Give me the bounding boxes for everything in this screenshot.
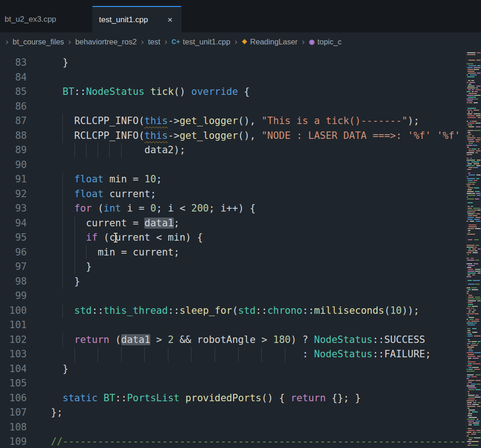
chevron-right-icon: › — [234, 37, 237, 46]
indent-guide — [285, 347, 285, 362]
breadcrumb-label: test — [148, 37, 160, 46]
line-number: 100 — [0, 304, 27, 318]
minimap-line — [469, 348, 472, 349]
minimap-line — [468, 408, 469, 409]
code-line: 84 — [0, 70, 466, 85]
minimap-line — [469, 443, 471, 444]
minimap-line — [468, 330, 470, 331]
minimap-line — [467, 137, 475, 138]
minimap-line — [468, 86, 475, 87]
minimap-line — [474, 219, 480, 220]
line-number: 101 — [0, 318, 27, 333]
minimap-line — [474, 130, 481, 131]
indent-guide — [191, 347, 191, 362]
minimap-line — [468, 391, 469, 392]
indent-guide — [168, 347, 168, 362]
minimap-line — [467, 384, 469, 385]
minimap-line — [468, 380, 475, 381]
minimap-line — [474, 163, 479, 164]
minimap-line — [478, 402, 481, 403]
minimap-line — [467, 145, 472, 146]
minimap-line — [467, 247, 474, 248]
minimap-line — [472, 311, 475, 312]
indent-guide — [62, 114, 63, 129]
tab-bt-u2-ex3[interactable]: bt_u2_ex3.cpp — [0, 6, 92, 32]
code-line: 98 } — [0, 274, 466, 289]
code-editor[interactable]: 83 }8485 BT::NodeStatus tick() override … — [0, 51, 466, 448]
minimap-line — [473, 252, 478, 253]
minimap-line — [467, 76, 475, 77]
minimap-line — [467, 95, 474, 96]
minimap-line — [468, 265, 475, 266]
minimap-line — [473, 308, 474, 309]
minimap[interactable] — [466, 51, 481, 448]
minimap-line — [467, 87, 475, 88]
breadcrumb-item[interactable]: behaviortree_ros2 — [75, 37, 137, 46]
minimap-line — [468, 89, 471, 90]
minimap-line — [468, 195, 475, 196]
code-line: 85 BT::NodeStatus tick() override { — [0, 85, 466, 100]
code-line: 108 — [0, 420, 466, 435]
minimap-line — [468, 302, 473, 303]
minimap-line — [471, 143, 473, 144]
minimap-line — [469, 149, 471, 149]
code-line: 93 for (int i = 0; i < 200; i++) { — [0, 201, 466, 216]
minimap-line — [469, 126, 474, 127]
minimap-line — [474, 437, 481, 438]
minimap-line — [472, 306, 478, 307]
minimap-line — [477, 210, 481, 211]
code-line: 90 — [0, 158, 466, 173]
minimap-line — [467, 345, 469, 346]
minimap-line — [476, 178, 479, 179]
indent-guide — [62, 260, 63, 274]
breadcrumb-item[interactable]: test — [148, 37, 160, 46]
minimap-line — [468, 304, 473, 305]
minimap-line — [468, 163, 472, 164]
minimap-line — [475, 89, 481, 90]
minimap-line — [468, 413, 472, 414]
minimap-line — [477, 195, 481, 196]
line-number: 95 — [0, 230, 27, 245]
indent-guide — [238, 347, 239, 362]
tab-label: bt_u2_ex3.cpp — [5, 15, 56, 24]
line-number: 93 — [0, 201, 27, 216]
minimap-line — [467, 113, 472, 114]
minimap-line — [475, 199, 479, 199]
minimap-line — [474, 113, 481, 114]
breadcrumb: ›bt_course_files›behaviortree_ros2›test›… — [0, 32, 481, 51]
code-line: 102 return (data1 > 2 && robotAngle > 18… — [0, 333, 466, 348]
minimap-line — [467, 221, 468, 222]
minimap-line — [470, 75, 477, 75]
indent-guide — [74, 245, 75, 260]
minimap-line — [477, 406, 481, 407]
minimap-line — [472, 184, 475, 185]
breadcrumb-item[interactable]: ❖ReadingLaser — [241, 37, 297, 46]
minimap-line — [474, 336, 481, 336]
minimap-line — [467, 356, 475, 357]
minimap-line — [475, 319, 479, 320]
minimap-line — [469, 174, 475, 175]
minimap-line — [469, 167, 473, 168]
minimap-line — [469, 82, 475, 83]
code-line: 96 min = current; — [0, 245, 466, 260]
minimap-line — [473, 363, 481, 364]
breadcrumb-item[interactable]: C+test_unit1.cpp — [172, 37, 230, 46]
minimap-line — [469, 367, 472, 368]
minimap-line — [468, 387, 476, 388]
minimap-line — [468, 284, 475, 285]
indent-guide — [62, 216, 63, 231]
line-number: 103 — [0, 347, 27, 362]
minimap-line — [468, 271, 475, 272]
minimap-line — [469, 411, 470, 412]
breadcrumb-item[interactable]: ◉topic_c — [309, 37, 342, 46]
minimap-line — [468, 219, 473, 220]
minimap-line — [472, 332, 477, 333]
minimap-line — [468, 299, 475, 299]
breadcrumb-item[interactable]: bt_course_files — [12, 37, 64, 46]
minimap-line — [475, 250, 477, 251]
tab-test-unit1[interactable]: test_unit1.cpp × — [92, 6, 181, 32]
minimap-line — [468, 213, 474, 214]
close-icon[interactable]: × — [166, 14, 174, 25]
minimap-line — [471, 441, 479, 442]
minimap-line — [477, 343, 479, 344]
